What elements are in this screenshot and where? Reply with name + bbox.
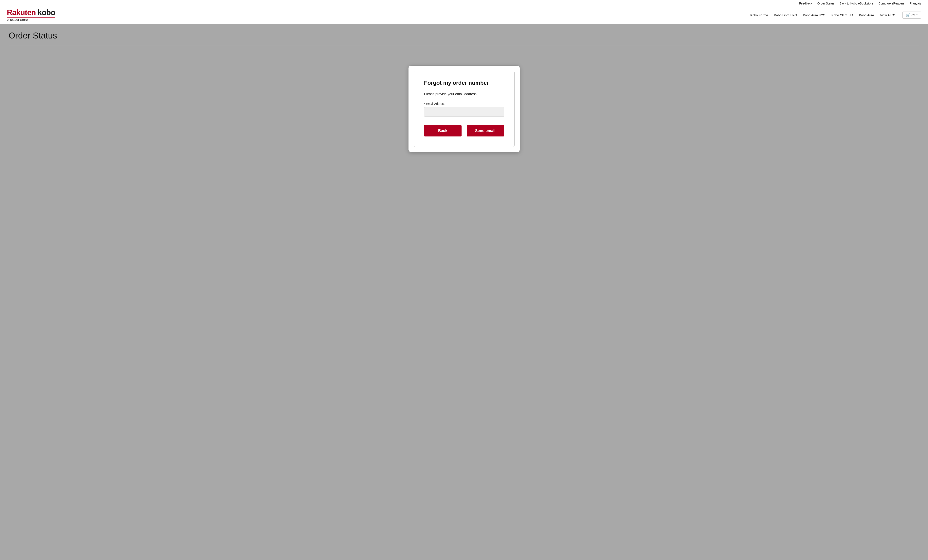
back-button[interactable]: Back: [424, 125, 461, 136]
logo-sub: eReader Store: [7, 18, 55, 21]
logo-text: Rakuten kobo: [7, 9, 55, 18]
feedback-link[interactable]: Feedback: [799, 2, 812, 5]
compare-ereaders-link[interactable]: Compare eReaders: [878, 2, 905, 5]
nav-links: Kobo Forma Kobo Libra H2O Kobo Aura H2O …: [750, 12, 921, 18]
modal-title: Forgot my order number: [424, 79, 504, 86]
back-to-kobo-link[interactable]: Back to Kobo eBookstore: [839, 2, 873, 5]
nav-kobo-forma[interactable]: Kobo Forma: [750, 13, 768, 17]
email-form-group: * Email Address: [424, 102, 504, 117]
francais-link[interactable]: Français: [910, 2, 921, 5]
modal-buttons: Back Send email: [424, 125, 504, 136]
cart-button[interactable]: 🛒 Cart: [902, 12, 921, 18]
logo[interactable]: Rakuten kobo eReader Store: [7, 9, 55, 21]
cart-label: Cart: [911, 13, 917, 17]
modal-wrapper: Forgot my order number Please provide yo…: [9, 53, 919, 174]
email-label: * Email Address: [424, 102, 504, 105]
view-all-button[interactable]: View All: [880, 13, 894, 17]
page-title: Order Status: [9, 31, 919, 40]
forgot-order-modal: Forgot my order number Please provide yo…: [414, 71, 514, 147]
nav-kobo-clara-hd[interactable]: Kobo Clara HD: [831, 13, 853, 17]
email-input[interactable]: [424, 107, 504, 117]
view-all-label: View All: [880, 13, 891, 17]
top-bar: Feedback Order Status Back to Kobo eBook…: [0, 0, 928, 7]
send-email-button[interactable]: Send email: [467, 125, 504, 136]
cart-icon: 🛒: [906, 13, 910, 17]
nav-kobo-aura[interactable]: Kobo Aura: [859, 13, 874, 17]
page-title-section: Order Status: [9, 31, 919, 44]
modal-outer: Forgot my order number Please provide yo…: [409, 66, 520, 152]
nav-kobo-libra-h2o[interactable]: Kobo Libra H2O: [774, 13, 797, 17]
modal-description: Please provide your email address.: [424, 92, 504, 96]
order-status-link[interactable]: Order Status: [817, 2, 834, 5]
chevron-down-icon: [893, 14, 894, 15]
main-nav: Rakuten kobo eReader Store Kobo Forma Ko…: [0, 7, 928, 24]
page-content: Order Status Forgot my order number Plea…: [0, 24, 928, 180]
nav-kobo-aura-h2o[interactable]: Kobo Aura H2O: [803, 13, 825, 17]
